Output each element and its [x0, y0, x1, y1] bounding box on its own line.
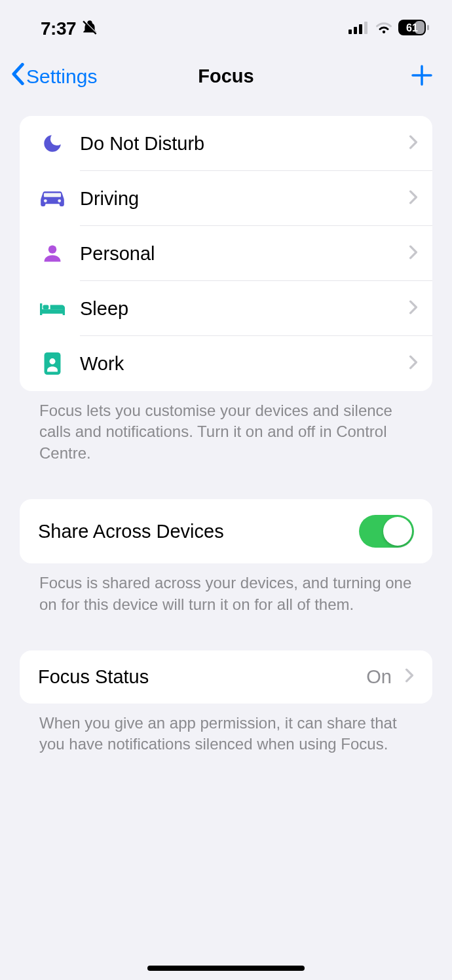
focus-item-personal[interactable]: Personal	[20, 226, 432, 281]
focus-modes-list: Do Not Disturb Driving	[20, 116, 432, 391]
svg-rect-4	[359, 24, 362, 34]
car-icon	[37, 189, 68, 208]
list-label: Personal	[80, 243, 409, 265]
focus-item-work[interactable]: Work	[20, 336, 432, 391]
chevron-left-icon	[10, 63, 25, 90]
svg-point-13	[58, 199, 61, 202]
svg-rect-16	[40, 309, 65, 314]
svg-rect-14	[44, 193, 61, 197]
wifi-icon	[375, 20, 393, 37]
share-label: Share Across Devices	[38, 521, 224, 542]
home-indicator[interactable]	[147, 966, 305, 971]
list-label: Work	[80, 353, 409, 375]
focus-status-value: On	[366, 666, 392, 688]
svg-rect-18	[63, 309, 65, 315]
badge-icon	[37, 352, 68, 375]
list-label: Do Not Disturb	[80, 133, 409, 155]
chevron-right-icon	[409, 300, 418, 317]
svg-rect-5	[364, 22, 367, 34]
share-toggle[interactable]	[359, 515, 414, 548]
moon-icon	[37, 132, 68, 155]
back-button[interactable]: Settings	[10, 63, 97, 90]
focus-status-row[interactable]: Focus Status On	[20, 650, 432, 704]
focus-item-driving[interactable]: Driving	[20, 171, 432, 226]
status-bar: 7:37	[0, 0, 452, 46]
list-label: Driving	[80, 188, 409, 210]
svg-rect-2	[348, 29, 352, 34]
focus-item-sleep[interactable]: Sleep	[20, 281, 432, 336]
svg-rect-3	[354, 27, 357, 34]
chevron-right-icon	[409, 190, 418, 207]
battery-icon: 61	[398, 20, 430, 38]
person-icon	[37, 244, 68, 263]
cellular-icon	[348, 21, 369, 37]
svg-rect-9	[427, 25, 429, 30]
back-label: Settings	[26, 66, 97, 88]
page-title: Focus	[198, 66, 254, 87]
add-button[interactable]	[410, 64, 434, 90]
status-right: 61	[348, 20, 430, 38]
chevron-right-icon	[405, 668, 414, 685]
status-footer: When you give an app permission, it can …	[20, 704, 432, 755]
focus-item-do-not-disturb[interactable]: Do Not Disturb	[20, 116, 432, 171]
focus-status-section: Focus Status On	[20, 650, 432, 704]
bed-icon	[37, 300, 68, 317]
chevron-right-icon	[409, 355, 418, 372]
focus-status-label: Focus Status	[38, 666, 149, 688]
chevron-right-icon	[409, 135, 418, 152]
svg-text:61: 61	[406, 22, 418, 33]
share-section: Share Across Devices	[20, 499, 432, 563]
svg-point-21	[49, 358, 55, 364]
share-row: Share Across Devices	[20, 499, 432, 563]
plus-icon	[410, 78, 434, 89]
svg-rect-19	[43, 305, 48, 309]
toggle-knob	[383, 517, 412, 546]
status-time: 7:37	[41, 18, 76, 39]
share-footer: Focus is shared across your devices, and…	[20, 563, 432, 615]
silent-icon	[81, 19, 98, 39]
svg-point-15	[48, 246, 57, 254]
svg-rect-17	[40, 303, 42, 315]
content: Do Not Disturb Driving	[0, 103, 452, 755]
status-left: 7:37	[41, 18, 98, 39]
focus-footer: Focus lets you customise your devices an…	[20, 391, 432, 464]
nav-bar: Settings Focus	[0, 46, 452, 103]
svg-point-12	[44, 199, 47, 202]
list-label: Sleep	[80, 298, 409, 320]
chevron-right-icon	[409, 245, 418, 262]
